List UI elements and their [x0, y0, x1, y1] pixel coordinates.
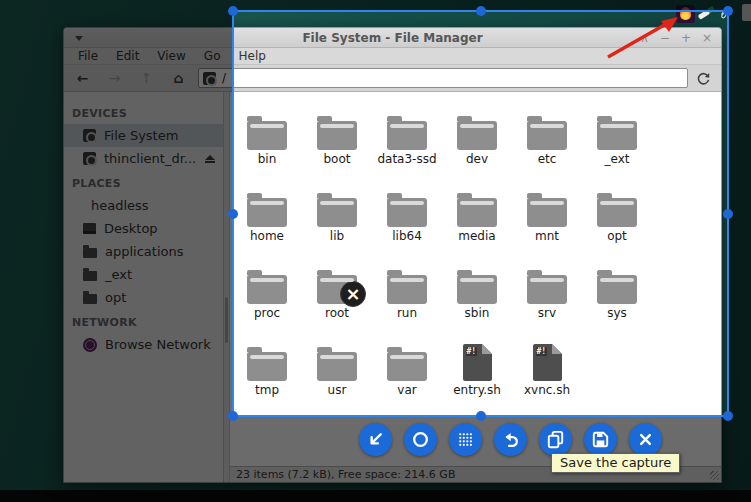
folder-small-icon [83, 248, 97, 258]
selection-handle-tl[interactable] [228, 6, 238, 16]
sidebar-scrollbar[interactable] [224, 92, 230, 482]
capture-selection-region[interactable] [232, 10, 729, 417]
drive-icon [83, 152, 96, 165]
network-icon [83, 338, 97, 352]
sidebar-item-label: File System [104, 128, 178, 143]
forward-button[interactable]: → [103, 70, 126, 86]
back-button[interactable]: ← [71, 70, 94, 86]
selection-handle-ml[interactable] [228, 209, 238, 219]
copy-icon [544, 428, 567, 451]
selection-handle-mr[interactable] [723, 209, 733, 219]
menu-view[interactable]: View [148, 49, 194, 63]
sidebar-item-label: Desktop [104, 221, 158, 236]
pixelate-icon [454, 428, 477, 451]
sidebar-item-thinclient-dr[interactable]: thinclient_dr... [64, 147, 223, 170]
sidebar-item-ext[interactable]: _ext [64, 263, 223, 286]
sidebar-item-label: Browse Network [105, 337, 211, 352]
ellipse-tool-button[interactable] [404, 423, 437, 456]
sidebar-item-label: _ext [105, 267, 132, 282]
up-button[interactable]: ↑ [135, 70, 158, 86]
path-text: / [222, 71, 226, 85]
sidebar-item-file-system[interactable]: File System [64, 124, 223, 147]
selection-handle-tr[interactable] [723, 6, 733, 16]
sidebar-item-label: opt [105, 290, 126, 305]
menu-edit[interactable]: Edit [107, 49, 148, 63]
cancel-button[interactable] [629, 423, 662, 456]
sidebar-header-places: PLACES [64, 170, 223, 194]
menu-file[interactable]: File [69, 49, 107, 63]
sidebar-item-label: applications [105, 244, 183, 259]
selection-handle-tm[interactable] [476, 6, 486, 16]
copy-button[interactable] [539, 423, 572, 456]
selection-handle-bl[interactable] [228, 411, 238, 421]
ellipse-icon [409, 428, 432, 451]
selection-handle-bm[interactable] [476, 411, 486, 421]
bottom-panel [0, 490, 751, 502]
folder-small-icon [83, 294, 97, 304]
sidebar-item-headless[interactable]: headless [64, 194, 223, 217]
sidebar-item-label: headless [91, 198, 149, 213]
undo-icon [499, 428, 522, 451]
eject-icon[interactable] [205, 155, 215, 163]
save-tooltip: Save the capture [551, 453, 680, 473]
capture-toolbar [359, 423, 662, 456]
partial-tray-icon[interactable] [742, 4, 751, 21]
drive-icon [83, 129, 96, 142]
desktop-icon [83, 223, 96, 234]
selection-handle-br[interactable] [723, 411, 733, 421]
sidebar-item-desktop[interactable]: Desktop [64, 217, 223, 240]
undo-button[interactable] [494, 423, 527, 456]
sidebar-header-network: NETWORK [64, 309, 223, 333]
folder-small-icon [83, 271, 97, 281]
drive-icon [203, 72, 216, 85]
desktop: File System - File Manager ∧−+× FileEdit… [0, 0, 751, 502]
arrow-downleft-icon [364, 428, 387, 451]
sidebar-header-devices: DEVICES [64, 100, 223, 124]
save-icon [589, 428, 612, 451]
sidebar-item-opt[interactable]: opt [64, 286, 223, 309]
sidebar: DEVICESFile Systemthinclient_dr...PLACES… [64, 92, 224, 482]
nav-buttons: ←→↑⌂ [71, 70, 190, 86]
window-menu-icon[interactable] [75, 36, 83, 41]
home-button[interactable]: ⌂ [167, 70, 190, 86]
sidebar-item-label: thinclient_dr... [104, 151, 196, 166]
sidebar-item-applications[interactable]: applications [64, 240, 223, 263]
pixelate-tool-button[interactable] [449, 423, 482, 456]
save-button[interactable] [584, 423, 617, 456]
resize-selection-button[interactable] [359, 423, 392, 456]
menu-go[interactable]: Go [195, 49, 230, 63]
close-icon [634, 428, 657, 451]
sidebar-item-browse-network[interactable]: Browse Network [64, 333, 223, 356]
scrollbar-thumb[interactable] [225, 297, 228, 343]
statusbar-text: 23 items (7.2 kB), Free space: 214.6 GB [236, 468, 455, 481]
